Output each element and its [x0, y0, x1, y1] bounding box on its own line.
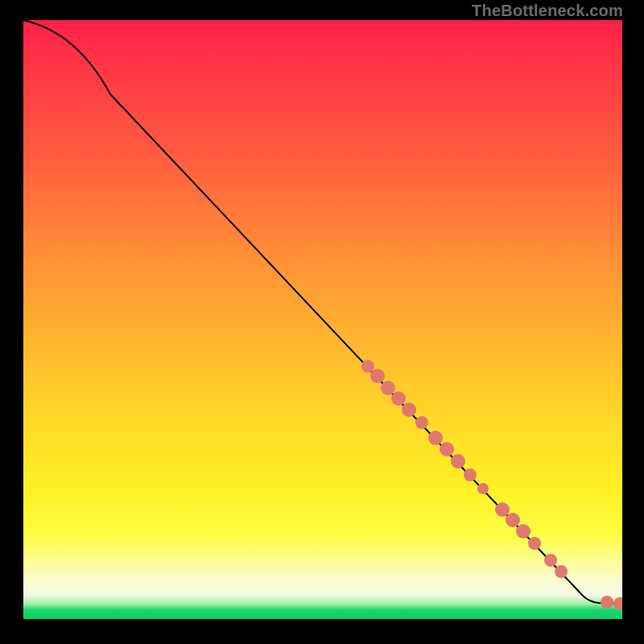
highlight-point [544, 554, 557, 567]
highlight-point [464, 469, 477, 481]
plot-area [23, 20, 622, 619]
highlight-point [451, 454, 465, 469]
highlight-point [528, 537, 541, 550]
highlight-point [477, 483, 489, 494]
highlight-point [428, 431, 443, 445]
highlight-point [402, 402, 416, 417]
highlight-point [495, 502, 510, 517]
highlight-point [381, 381, 395, 395]
highlight-point [613, 597, 622, 610]
chart-svg [23, 20, 622, 619]
trend-curve [23, 20, 622, 604]
watermark-text: TheBottleneck.com [472, 2, 623, 20]
highlight-point [391, 391, 406, 406]
highlight-point [440, 442, 454, 456]
highlight-point [601, 596, 613, 609]
highlight-point [516, 524, 530, 539]
highlight-point [370, 369, 385, 383]
highlight-points-group [361, 360, 622, 610]
highlight-point [361, 360, 374, 373]
highlight-point [415, 416, 428, 429]
chart-stage: TheBottleneck.com [0, 0, 644, 644]
highlight-point [555, 565, 568, 578]
highlight-point [506, 513, 520, 527]
